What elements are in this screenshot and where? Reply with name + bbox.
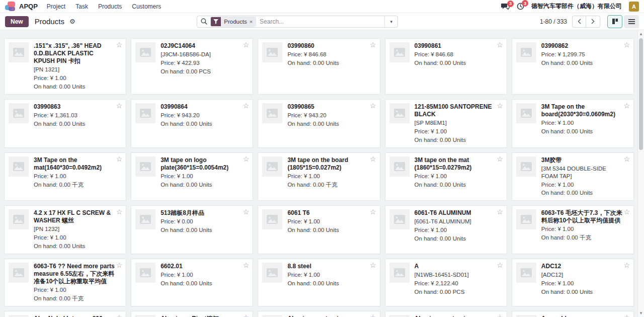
product-card[interactable]: 03990863 Price: ¥ 1,361.03 On hand: 0.00…	[4, 99, 126, 148]
product-card[interactable]: 03990861 Price: ¥ 846.68 On hand: 0.00 U…	[385, 38, 507, 95]
product-card[interactable]: 121-85M100 SANTOPRENE BLACK [SP M8EM1] P…	[385, 99, 507, 148]
list-view-button[interactable]	[624, 15, 639, 28]
product-card-body: 3M Tape on the board(2030*30=0.0609m2) P…	[541, 103, 629, 144]
scrollbar-thumb[interactable]	[639, 38, 643, 150]
product-card[interactable]: 4.2 x 17 HX FL C SCREW & WASHER 螺丝 [PN 1…	[4, 205, 126, 254]
favorite-star-icon[interactable]: ☆	[243, 314, 250, 317]
product-card[interactable]: AkzoNobel Interpon 800，black,semi-gloss …	[4, 311, 126, 317]
image-placeholder-icon	[516, 156, 536, 177]
pager-next-button[interactable]	[586, 16, 600, 28]
app-logo[interactable]: APQP	[5, 2, 38, 12]
favorite-star-icon[interactable]: ☆	[116, 41, 123, 48]
favorite-star-icon[interactable]: ☆	[116, 314, 123, 317]
product-card[interactable]: A [N1WB-16451-SD01] Price: ¥ 2,122.40 On…	[385, 259, 507, 306]
product-card[interactable]: 03990862 Price: ¥ 1,299.75 On hand: 0.00…	[512, 38, 634, 95]
favorite-star-icon[interactable]: ☆	[370, 208, 376, 215]
favorite-star-icon[interactable]: ☆	[243, 102, 250, 109]
search-dropdown-icon[interactable]: ▾	[384, 16, 397, 27]
new-button[interactable]: New	[5, 16, 29, 27]
product-card[interactable]: 6602.01 Price: ¥ 1.00 On hand: 0.00 Unit…	[131, 259, 253, 306]
kanban-view-button[interactable]	[607, 15, 622, 28]
product-on-hand: On hand: 0.00 Units	[287, 59, 368, 67]
product-title: 3M tape on logo plate(360*15=0.0054m2)	[160, 156, 242, 172]
favorite-star-icon[interactable]: ☆	[370, 314, 376, 317]
product-card[interactable]: 3M Tape on the mat(1640*30=0.0492m2) Pri…	[4, 152, 126, 201]
nav-item-project[interactable]: Project	[47, 3, 65, 10]
product-title: 4.2 x 17 HX FL C SCREW & WASHER 螺丝	[34, 209, 115, 224]
favorite-star-icon[interactable]: ☆	[243, 155, 250, 163]
user-avatar[interactable]: A	[629, 2, 639, 12]
product-card-body: Aluminum Rivet铆钉 [PN 880] Price: ¥ 1.00 …	[160, 315, 249, 317]
product-title: 03990865	[287, 103, 368, 111]
product-card[interactable]: 03990864 Price: ¥ 943.20 On hand: 0.00 U…	[131, 99, 253, 148]
product-card[interactable]: 02J9C14064 [J9CM-16B586-DA] Price: ¥ 422…	[131, 38, 253, 95]
product-card[interactable]: 6063-T6 毛坯大于7.3，下次来料后称10个以上取平均值提供 Price:…	[512, 205, 634, 254]
product-card[interactable]: .151"x .315", .36" HEAD 0.D.BLACK PLASTI…	[4, 38, 126, 95]
nav-item-task[interactable]: Task	[75, 3, 88, 10]
product-price: Price: ¥ 1.00	[34, 286, 115, 294]
nav-item-products[interactable]: Products	[98, 3, 122, 10]
favorite-star-icon[interactable]: ☆	[497, 262, 503, 269]
favorite-star-icon[interactable]: ☆	[623, 155, 630, 163]
product-on-hand: On hand: 0.00 PCS	[415, 288, 496, 296]
product-price: Price: ¥ 1.00	[415, 173, 496, 180]
favorite-star-icon[interactable]: ☆	[497, 41, 503, 48]
favorite-star-icon[interactable]: ☆	[116, 262, 123, 269]
product-on-hand: On hand: 0.00 Units	[541, 59, 622, 67]
product-card[interactable]: 513踏板8月样品 Price: ¥ 0.00 On hand: 0.00 Un…	[131, 205, 253, 254]
favorite-star-icon[interactable]: ☆	[623, 41, 630, 48]
favorite-star-icon[interactable]: ☆	[623, 208, 630, 215]
favorite-star-icon[interactable]: ☆	[497, 155, 503, 163]
pager-previous-button[interactable]	[572, 16, 586, 28]
favorite-star-icon[interactable]: ☆	[370, 155, 376, 163]
product-on-hand: On hand: 0.00 千克	[34, 181, 115, 189]
search-bar[interactable]: Products × ▾	[197, 16, 398, 28]
scrollbar-up-icon[interactable]: ▲	[638, 32, 644, 36]
product-card[interactable]: 3M Tape on the board(2030*30=0.0609m2) P…	[512, 99, 634, 148]
favorite-star-icon[interactable]: ☆	[370, 262, 376, 269]
favorite-star-icon[interactable]: ☆	[243, 208, 250, 215]
nav-item-customers[interactable]: Customers	[132, 3, 161, 10]
favorite-star-icon[interactable]: ☆	[116, 208, 123, 215]
favorite-star-icon[interactable]: ☆	[243, 41, 250, 48]
product-card[interactable]: 03990865 Price: ¥ 943.20 On hand: 0.00 U…	[258, 99, 380, 148]
company-name[interactable]: 德智汽车零部件（威海）有限公司	[531, 2, 622, 11]
product-card[interactable]: 03990860 Price: ¥ 846.68 On hand: 0.00 U…	[258, 38, 380, 95]
favorite-star-icon[interactable]: ☆	[623, 262, 630, 269]
favorite-star-icon[interactable]: ☆	[370, 102, 376, 109]
favorite-star-icon[interactable]: ☆	[370, 41, 376, 48]
pager-range: 1-80 / 333	[540, 18, 567, 25]
image-placeholder-icon	[516, 103, 536, 123]
product-card[interactable]: ADC12 [ADC12] Price: ¥ 1.00 On hand: 0.0…	[512, 259, 634, 306]
product-card[interactable]: 3M胶带 [3M 5344 DOUBLE-SIDE FOAM TAP] Pric…	[512, 152, 634, 201]
search-input[interactable]	[260, 18, 384, 25]
product-card[interactable]: 3M tape on the board (1805*15=0.027m2) P…	[258, 152, 380, 201]
product-card[interactable]: Aluminum extrusion [BD N9XMMAIN1] Price:…	[258, 311, 380, 317]
product-card[interactable]: 8.8 steel Price: ¥ 1.00 On hand: 0.00 Un…	[258, 259, 380, 306]
messages-icon[interactable]: 3	[501, 3, 510, 10]
favorite-star-icon[interactable]: ☆	[497, 208, 503, 215]
activities-icon[interactable]: 3	[517, 3, 524, 10]
page-title: Products	[35, 17, 64, 26]
product-card[interactable]: 6063-T6 ?? Need more parts measure 6.55左…	[4, 259, 126, 306]
product-card[interactable]: Assembly [N9XM-15B780-AD] Price: ¥ 1.00 …	[512, 311, 634, 317]
gear-icon[interactable]: ⚙	[69, 18, 75, 25]
scrollbar-down-icon[interactable]: ▼	[638, 311, 644, 315]
product-card[interactable]: Aluminum extrusion Price: ¥ 1.00 On hand…	[385, 311, 507, 317]
product-card[interactable]: 3M tape on the mat (1860*15=0.0279m2) Pr…	[385, 152, 507, 201]
product-card[interactable]: 6061-T6 ALUMINUM [6061-T6 ALUMINUM] Pric…	[385, 205, 507, 254]
product-card[interactable]: 6061 T6 Price: ¥ 1.00 On hand: 0.00 Unit…	[258, 205, 380, 254]
product-card-body: 8.8 steel Price: ¥ 1.00 On hand: 0.00 Un…	[287, 263, 375, 302]
favorite-star-icon[interactable]: ☆	[623, 102, 630, 109]
favorite-star-icon[interactable]: ☆	[497, 314, 503, 317]
facet-close-icon[interactable]: ×	[250, 19, 253, 25]
favorite-star-icon[interactable]: ☆	[116, 102, 123, 109]
image-placeholder-icon	[389, 156, 410, 177]
favorite-star-icon[interactable]: ☆	[623, 314, 630, 317]
product-card[interactable]: 3M tape on logo plate(360*15=0.0054m2) P…	[131, 152, 253, 201]
favorite-star-icon[interactable]: ☆	[243, 262, 250, 269]
product-card[interactable]: Aluminum Rivet铆钉 [PN 880] Price: ¥ 1.00 …	[131, 311, 253, 317]
favorite-star-icon[interactable]: ☆	[497, 102, 503, 109]
vertical-scrollbar[interactable]: ▲ ▼	[637, 30, 644, 317]
favorite-star-icon[interactable]: ☆	[116, 155, 123, 163]
